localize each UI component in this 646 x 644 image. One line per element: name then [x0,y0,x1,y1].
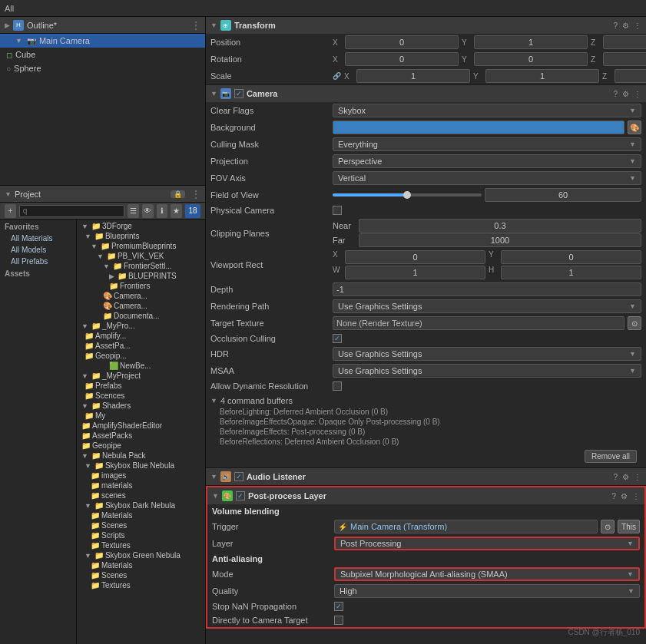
asset-materials-green[interactable]: 📁Materials [78,560,204,570]
rot-y-input[interactable] [474,52,588,66]
camera-enable-checkbox[interactable] [234,89,243,98]
asset-geopipe[interactable]: 📁Geopipe [78,441,204,451]
fav-all-prefabs[interactable]: All Prefabs [2,256,75,267]
pos-y-input[interactable] [474,35,588,49]
asset-materials[interactable]: 📁materials [78,481,204,490]
camera-settings-icon[interactable]: ⚙ [622,90,629,98]
asset-prefabs[interactable]: 📁Prefabs [78,381,204,391]
target-texture-pick-btn[interactable]: ⊙ [628,316,641,330]
audio-menu-icon[interactable]: ⋮ [634,473,641,481]
post-process-enable-checkbox[interactable] [236,491,245,500]
msaa-dropdown[interactable]: Use Graphics Settings ▼ [333,364,641,378]
asset-frontiersettl[interactable]: ▼📁FrontierSettl... [78,261,204,271]
camera-header[interactable]: ▼ 📷 Camera ? ⚙ ⋮ [206,85,646,102]
fov-value-input[interactable] [485,188,641,202]
asset-camera2[interactable]: 🎨Camera... [78,301,204,311]
info-btn[interactable]: ℹ [157,204,168,218]
culling-mask-dropdown[interactable]: Everything ▼ [333,137,641,151]
transform-help-icon[interactable]: ? [613,21,618,30]
add-btn[interactable]: + [5,204,16,218]
asset-nebulapack[interactable]: ▼📁Nebula Pack [78,451,204,461]
fav-all-materials[interactable]: All Materials [2,233,75,244]
quality-dropdown[interactable]: High ▼ [334,584,640,598]
asset-3dforge[interactable]: ▼📁3DForge [78,221,204,231]
asset-scripts-dark[interactable]: 📁Scripts [78,530,204,540]
asset-textures-green[interactable]: 📁Textures [78,580,204,590]
audio-help-icon[interactable]: ? [613,473,618,481]
asset-camera1[interactable]: 🎨Camera... [78,291,204,301]
asset-skybox-green[interactable]: ▼📁Skybox Green Nebula [78,550,204,560]
vr-x-input[interactable] [345,250,485,264]
hdr-dropdown[interactable]: Use Graphics Settings ▼ [333,347,641,361]
trigger-this-btn[interactable]: This [618,520,640,533]
post-process-menu-icon[interactable]: ⋮ [632,492,640,500]
asset-amplifyshadereditor[interactable]: 📁AmplifyShaderEditor [78,421,204,431]
trigger-pick-btn[interactable]: ⊙ [601,520,615,533]
search-input[interactable] [19,205,124,217]
occlusion-culling-checkbox[interactable] [333,334,342,343]
scale-z-input[interactable] [615,69,646,83]
fov-axis-dropdown[interactable]: Vertical ▼ [333,171,641,185]
transform-settings-icon[interactable]: ⚙ [622,21,629,30]
eye-btn[interactable]: 👁 [142,204,154,218]
asset-documenta[interactable]: 📁Documenta... [78,311,204,321]
depth-input[interactable] [333,282,641,296]
asset-myproject[interactable]: ▼📁_MyProject [78,371,204,381]
hierarchy-menu[interactable]: ⋮ [191,20,200,31]
asset-my[interactable]: 📁My [78,411,204,421]
asset-assetpacks[interactable]: 📁AssetPacks [78,431,204,441]
asset-scences[interactable]: 📁Scences [78,391,204,401]
asset-frontiers[interactable]: 📁Frontiers [78,281,204,291]
vr-w-input[interactable] [345,266,485,279]
vr-y-input[interactable] [501,250,641,264]
filter-btn[interactable]: ☰ [128,204,139,218]
asset-mypro[interactable]: ▼📁_MyPro... [78,321,204,331]
audio-listener-header[interactable]: ▼ 🔊 Audio Listener ? ⚙ ⋮ [206,468,646,485]
scale-y-input[interactable] [485,69,599,83]
background-pick-btn[interactable]: 🎨 [628,121,641,134]
asset-scenes-green[interactable]: 📁Scenes [78,570,204,580]
hierarchy-item-sphere[interactable]: ○ Sphere [0,61,205,75]
asset-images[interactable]: 📁images [78,471,204,481]
asset-blueprints-sub[interactable]: ▶📁BLUEPRINTS [78,271,204,281]
lock-icon[interactable]: 🔒 [171,190,185,198]
asset-shaders[interactable]: ▼📁Shaders [78,401,204,411]
fov-slider-track[interactable] [333,193,482,197]
directly-to-camera-checkbox[interactable] [334,616,343,625]
pos-z-input[interactable] [603,35,646,49]
layer-dropdown[interactable]: Post Processing ▼ [334,537,640,550]
hierarchy-item-cube[interactable]: ◻ Cube [0,48,205,61]
remove-all-button[interactable]: Remove all [585,450,637,463]
asset-geopip[interactable]: 📁Geopip... [78,351,204,361]
rendering-path-dropdown[interactable]: Use Graphics Settings ▼ [333,299,641,313]
asset-amplify[interactable]: 📁Amplify... [78,331,204,341]
asset-textures-dark[interactable]: 📁Textures [78,540,204,550]
vr-h-input[interactable] [501,266,641,279]
rot-x-input[interactable] [345,52,459,66]
pos-x-input[interactable] [345,35,459,49]
asset-scenes-blue[interactable]: 📁scenes [78,490,204,500]
transform-menu-icon[interactable]: ⋮ [634,21,641,30]
audio-listener-enable-checkbox[interactable] [234,472,243,481]
rot-z-input[interactable] [603,52,646,66]
asset-materials-dark[interactable]: 📁Materials [78,510,204,520]
asset-blueprints[interactable]: ▼📁Blueprints [78,231,204,241]
asset-newbe[interactable]: 🟩NewBe... [78,361,204,371]
allow-dynamic-checkbox[interactable] [333,381,342,391]
projection-dropdown[interactable]: Perspective ▼ [333,154,641,168]
hierarchy-item-main-camera[interactable]: ▼ 📷 Main Camera [0,34,205,48]
asset-skybox-dark[interactable]: ▼📁Skybox Dark Nebula [78,500,204,510]
stop-nan-checkbox[interactable] [334,602,343,611]
near-input[interactable] [359,219,641,233]
camera-menu-icon[interactable]: ⋮ [634,90,641,98]
asset-skybox-blue[interactable]: ▼📁Skybox Blue Nebula [78,461,204,471]
post-process-header[interactable]: ▼ 🎨 Post-process Layer ? ⚙ ⋮ [207,487,644,504]
asset-scenes-dark[interactable]: 📁Scenes [78,520,204,530]
clear-flags-dropdown[interactable]: Skybox ▼ [333,104,641,117]
fav-all-models[interactable]: All Models [2,244,75,256]
physical-camera-checkbox[interactable] [333,206,342,215]
camera-help-icon[interactable]: ? [613,90,618,98]
project-menu[interactable]: ⋮ [191,189,200,200]
audio-settings-icon[interactable]: ⚙ [622,473,629,481]
scale-x-input[interactable] [356,69,470,83]
